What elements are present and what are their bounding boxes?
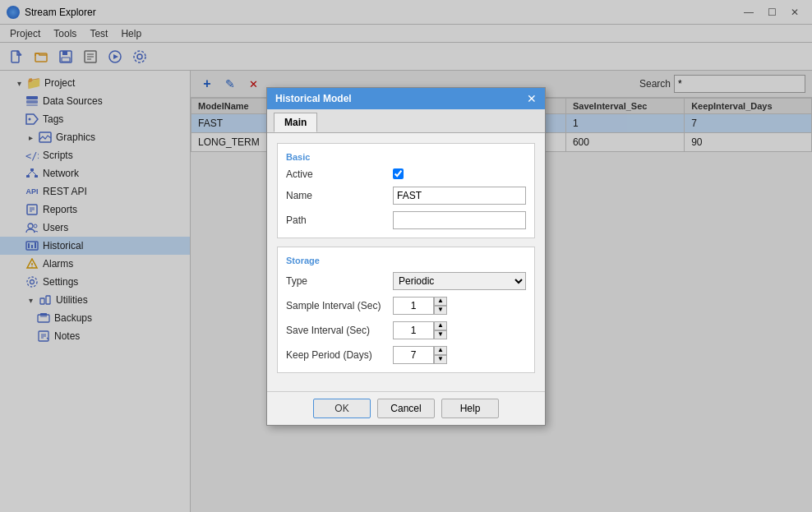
name-row: Name <box>286 187 526 205</box>
modal-title: Historical Model <box>275 93 352 104</box>
modal-tabs: Main <box>267 109 545 133</box>
save-interval-row: Save Interval (Sec) ▲ ▼ <box>286 321 526 339</box>
save-interval-spinner-buttons: ▲ ▼ <box>434 321 447 339</box>
active-label: Active <box>286 168 393 180</box>
save-interval-input[interactable] <box>393 321 434 339</box>
path-label: Path <box>286 214 393 226</box>
keep-period-spinner-buttons: ▲ ▼ <box>434 346 447 364</box>
sample-interval-label: Sample Interval (Sec) <box>286 300 393 311</box>
active-checkbox[interactable] <box>393 168 404 179</box>
basic-section-label: Basic <box>286 152 526 162</box>
help-button[interactable]: Help <box>441 399 499 418</box>
keep-period-row: Keep Period (Days) ▲ ▼ <box>286 346 526 364</box>
sample-interval-input[interactable] <box>393 297 434 315</box>
keep-period-up-button[interactable]: ▲ <box>434 346 447 355</box>
save-interval-up-button[interactable]: ▲ <box>434 321 447 330</box>
type-row: Type Periodic Continuous <box>286 272 526 290</box>
ok-button[interactable]: OK <box>313 399 371 418</box>
storage-section: Storage Type Periodic Continuous Sample … <box>277 247 535 373</box>
storage-section-label: Storage <box>286 256 526 265</box>
name-input[interactable] <box>393 187 526 205</box>
path-row: Path <box>286 211 526 229</box>
keep-period-spinner: ▲ ▼ <box>393 346 447 364</box>
sample-interval-row: Sample Interval (Sec) ▲ ▼ <box>286 297 526 315</box>
keep-period-input[interactable] <box>393 346 434 364</box>
modal-footer: OK Cancel Help <box>267 391 545 425</box>
keep-period-down-button[interactable]: ▼ <box>434 355 447 364</box>
sample-interval-up-button[interactable]: ▲ <box>434 297 447 306</box>
sample-interval-down-button[interactable]: ▼ <box>434 306 447 315</box>
modal-close-button[interactable]: ✕ <box>527 93 537 104</box>
modal-body: Basic Active Name Path <box>267 133 545 391</box>
keep-period-label: Keep Period (Days) <box>286 349 393 361</box>
save-interval-spinner: ▲ ▼ <box>393 321 447 339</box>
modal-overlay: Historical Model ✕ Main Basic Active Nam… <box>0 0 812 512</box>
active-row: Active <box>286 168 526 180</box>
sample-interval-spinner-buttons: ▲ ▼ <box>434 297 447 315</box>
cancel-button[interactable]: Cancel <box>377 399 435 418</box>
save-interval-down-button[interactable]: ▼ <box>434 330 447 339</box>
historical-model-dialog: Historical Model ✕ Main Basic Active Nam… <box>266 87 546 426</box>
sample-interval-spinner: ▲ ▼ <box>393 297 447 315</box>
save-interval-label: Save Interval (Sec) <box>286 325 393 336</box>
name-label: Name <box>286 190 393 201</box>
type-select[interactable]: Periodic Continuous <box>393 272 526 290</box>
tab-main[interactable]: Main <box>274 113 317 132</box>
path-input[interactable] <box>393 211 526 229</box>
basic-section: Basic Active Name Path <box>277 143 535 238</box>
modal-title-bar: Historical Model ✕ <box>267 88 545 109</box>
type-label: Type <box>286 275 393 287</box>
